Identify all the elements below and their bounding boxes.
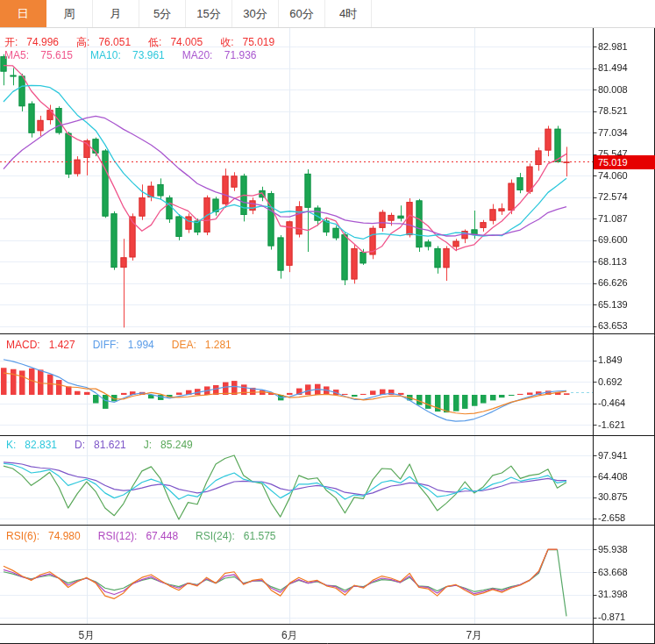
price-tick: 78.521	[598, 105, 628, 116]
legend-value: 75.019	[242, 36, 274, 48]
legend-value: 74.005	[170, 36, 203, 48]
price-tick: 66.626	[598, 277, 628, 288]
rsi-tick: 63.668	[598, 567, 628, 577]
price-tick: 77.034	[598, 127, 628, 138]
legend-label: DEA:	[172, 339, 196, 351]
tab-5[interactable]: 30分	[232, 0, 279, 27]
macd-tick: -1.621	[598, 419, 625, 430]
price-tick: 69.600	[598, 234, 628, 245]
legend-value: 67.448	[146, 530, 178, 542]
legend-label: MA5:	[4, 49, 32, 61]
legend-label: RSI(6):	[6, 530, 39, 542]
legend-label: J:	[144, 439, 152, 451]
rsi-tick: -0.871	[598, 612, 625, 622]
month-label: 7月	[466, 628, 482, 643]
kdj-tick: -2.658	[598, 512, 625, 523]
price-tick: 68.113	[598, 256, 627, 267]
macd-tick: -0.464	[598, 397, 625, 408]
macd-tick: 0.692	[598, 376, 623, 387]
tab-7[interactable]: 4时	[325, 0, 372, 27]
rsi-legend: RSI(6):74.980RSI(12):67.448RSI(24):61.57…	[6, 530, 294, 542]
macd-tick: 1.849	[598, 354, 623, 365]
legend-value: 1.994	[128, 339, 154, 351]
legend-label: K:	[6, 439, 16, 451]
legend-value: 73.961	[132, 49, 165, 61]
rsi-tick: 31.398	[598, 589, 628, 599]
kdj-tick: 64.408	[598, 471, 628, 482]
legend-value: 75.615	[40, 49, 73, 61]
price-tick: 80.008	[598, 84, 628, 95]
legend-value: 1.427	[49, 339, 75, 351]
legend-label: MA20:	[182, 49, 216, 61]
legend-label: MA10:	[90, 49, 124, 61]
tab-6[interactable]: 60分	[279, 0, 325, 27]
legend-value: 71.936	[224, 49, 257, 61]
price-tick: 72.574	[598, 191, 628, 202]
legend-label: RSI(24):	[196, 530, 235, 542]
legend-value: 82.831	[25, 439, 57, 451]
timeframe-tabbar: 日周月5分15分30分60分4时	[0, 0, 655, 28]
legend-label: DIFF:	[93, 339, 119, 351]
legend-label: 开:	[4, 36, 18, 48]
current-price-badge: 75.019	[594, 155, 655, 169]
month-label: 5月	[78, 628, 95, 643]
tab-1[interactable]: 周	[46, 0, 93, 27]
ohlc-legend: 开:74.996高:76.051低:74.005收:75.019	[4, 35, 292, 50]
price-tick: 74.060	[598, 170, 628, 181]
legend-label: RSI(12):	[98, 530, 138, 542]
legend-label: 低:	[148, 36, 161, 48]
kdj-tick: 30.875	[598, 491, 628, 502]
kdj-tick: 97.941	[598, 450, 628, 461]
legend-value: 1.281	[205, 339, 231, 351]
main-chart-area[interactable]	[0, 28, 593, 333]
legend-label: MACD:	[6, 339, 40, 351]
legend-value: 85.249	[160, 439, 193, 451]
price-tick: 82.981	[598, 41, 628, 52]
tab-2[interactable]: 月	[93, 0, 139, 27]
price-tick: 65.139	[598, 299, 628, 310]
legend-value: 76.051	[98, 36, 131, 48]
legend-value: 61.575	[244, 530, 276, 542]
legend-label: 收:	[220, 36, 233, 48]
legend-label: D:	[75, 439, 85, 451]
rsi-tick: 95.938	[598, 544, 628, 555]
price-tick: 81.494	[598, 62, 628, 73]
kdj-legend: K:82.831D:81.621J:85.249	[6, 439, 210, 451]
legend-value: 74.980	[48, 530, 81, 542]
tab-4[interactable]: 15分	[186, 0, 232, 27]
macd-legend: MACD:1.427DIFF:1.994DEA:1.281	[6, 339, 249, 351]
legend-label: 高:	[76, 36, 89, 48]
price-tick: 71.087	[598, 213, 628, 224]
ma-legend: MA5: 75.615MA10: 73.961MA20: 71.936	[4, 49, 274, 61]
month-label: 6月	[281, 628, 298, 643]
legend-value: 81.621	[94, 439, 126, 451]
legend-value: 74.996	[26, 36, 59, 48]
tab-0[interactable]: 日	[0, 0, 46, 27]
tab-3[interactable]: 5分	[139, 0, 186, 27]
price-tick: 63.653	[598, 320, 628, 331]
trading-chart-app: 日周月5分15分30分60分4时 开:74.996高:76.051低:74.00…	[0, 0, 655, 644]
